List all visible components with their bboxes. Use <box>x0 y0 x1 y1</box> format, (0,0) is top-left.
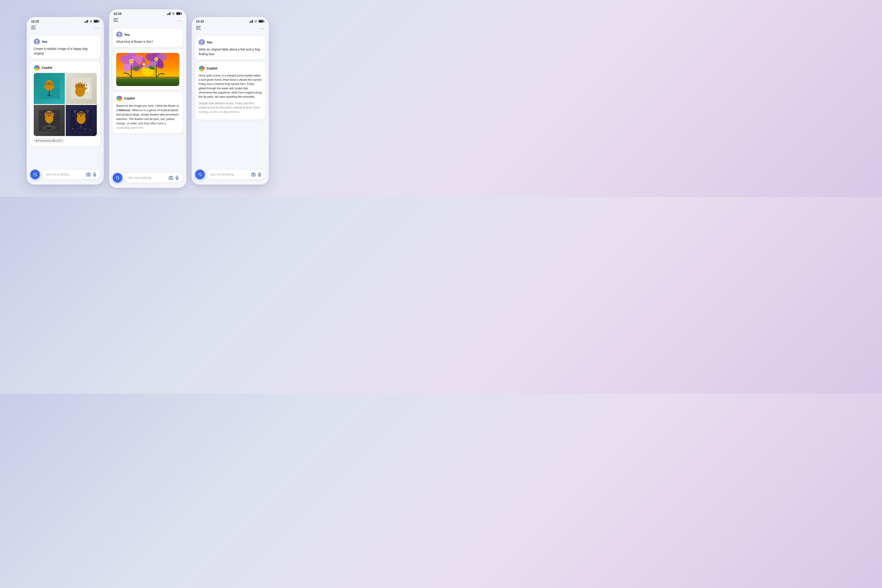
svg-rect-13 <box>49 90 50 96</box>
svg-point-84 <box>72 128 74 129</box>
phone-center: 12:15 <box>109 9 186 188</box>
copilot-name-center: Copilot <box>124 97 135 100</box>
top-nav-right: ··· <box>192 25 269 33</box>
svg-point-60 <box>48 113 49 114</box>
svg-rect-38 <box>85 83 85 85</box>
status-bar-right: 12:15 <box>192 17 269 25</box>
input-box-left[interactable]: Ask me anything... <box>42 170 100 179</box>
user-message-left: You Create a realistic image of a happy … <box>30 36 100 59</box>
status-bar-left: 12:15 <box>27 17 104 25</box>
copilot-logo-center <box>116 95 122 101</box>
dog-image-1 <box>34 73 65 104</box>
chat-area-right: You Write an original fable about a fish… <box>192 33 269 122</box>
more-options-icon-center[interactable]: ··· <box>177 18 182 23</box>
add-button-center[interactable] <box>112 173 122 183</box>
svg-text:♪: ♪ <box>88 116 89 118</box>
svg-text:♩: ♩ <box>84 80 85 82</box>
wifi-icon-left <box>89 20 93 23</box>
svg-point-49 <box>85 87 87 90</box>
svg-rect-98 <box>86 173 90 176</box>
svg-text:♫: ♫ <box>72 114 74 117</box>
svg-rect-40 <box>86 84 87 86</box>
more-options-icon-right[interactable]: ··· <box>259 26 264 31</box>
status-time-center: 12:15 <box>114 12 122 15</box>
dog-image-3: ♪ ♫ <box>34 105 65 136</box>
svg-point-22 <box>50 82 51 83</box>
user-message-right: You Write an original fable about a fish… <box>195 36 265 60</box>
chat-area-center: You What kind of flower is this? <box>109 26 186 136</box>
dog-image-4: ♫ ♪ <box>66 105 97 136</box>
camera-icon-left[interactable] <box>86 172 91 177</box>
status-time-left: 12:15 <box>31 20 39 23</box>
svg-point-71 <box>78 128 84 129</box>
status-icons-left <box>84 20 100 23</box>
svg-rect-151 <box>259 21 263 22</box>
svg-rect-144 <box>118 178 119 179</box>
flower-image <box>116 53 179 86</box>
svg-rect-1 <box>94 21 98 22</box>
svg-rect-115 <box>116 76 179 79</box>
avatar-right <box>199 39 205 45</box>
svg-point-85 <box>75 129 76 130</box>
menu-icon-center[interactable] <box>114 18 118 23</box>
camera-icon-center[interactable] <box>169 176 173 180</box>
phones-container: 12:15 <box>27 9 269 188</box>
copilot-name-left: Copilot <box>42 66 52 69</box>
svg-point-87 <box>84 129 86 130</box>
svg-point-11 <box>36 67 38 68</box>
menu-icon-right[interactable] <box>196 26 201 30</box>
svg-point-81 <box>82 113 83 115</box>
menu-icon-left[interactable] <box>31 26 36 30</box>
text-fade-center <box>112 122 183 133</box>
top-nav-left: ··· <box>27 25 104 33</box>
input-area-left: Ask me anything... <box>27 167 104 184</box>
input-area-center: Ask me anything... <box>109 170 186 188</box>
user-name-right: You <box>207 40 212 44</box>
svg-point-45 <box>78 85 80 86</box>
svg-point-27 <box>52 86 54 88</box>
copilot-message-left: Copilot <box>30 62 100 146</box>
svg-rect-97 <box>36 175 36 176</box>
battery-icon-center <box>176 12 182 15</box>
copilot-logo-left <box>34 64 40 71</box>
svg-point-135 <box>142 63 145 65</box>
svg-point-64 <box>48 116 50 117</box>
add-button-left[interactable] <box>30 170 40 179</box>
mic-icon-center[interactable] <box>175 176 179 180</box>
svg-point-83 <box>81 115 82 117</box>
svg-rect-163 <box>199 174 200 175</box>
mic-icon-left[interactable] <box>92 172 97 177</box>
svg-text:♪: ♪ <box>40 113 41 116</box>
signal-icon-center <box>167 12 171 15</box>
copilot-name-right: Copilot <box>207 67 217 70</box>
copilot-message-center: Copilot Based on the image you sent, I t… <box>112 92 183 134</box>
status-icons-center <box>167 12 182 15</box>
input-placeholder-left: Ask me anything... <box>46 172 84 176</box>
mic-icon-right[interactable] <box>257 172 262 177</box>
svg-point-161 <box>201 68 202 69</box>
flower-image-card <box>112 50 183 90</box>
more-options-icon-left[interactable]: ··· <box>94 26 99 30</box>
add-button-right[interactable] <box>195 170 205 179</box>
svg-point-7 <box>36 40 38 42</box>
svg-rect-155 <box>196 29 201 30</box>
svg-point-146 <box>170 177 172 179</box>
user-name-left: You <box>42 40 47 44</box>
input-placeholder-right: Ask me anything... <box>211 172 249 176</box>
svg-point-169 <box>253 174 254 176</box>
svg-rect-4 <box>31 27 34 28</box>
status-icons-right <box>249 20 265 23</box>
input-box-right[interactable]: Ask me anything... <box>207 170 265 179</box>
status-time-right: 12:15 <box>196 20 204 23</box>
phone-right: 12:15 <box>192 17 269 184</box>
svg-rect-147 <box>176 176 178 178</box>
input-box-center[interactable]: Ask me anything... <box>124 173 183 183</box>
svg-point-53 <box>46 127 52 129</box>
svg-point-86 <box>77 128 78 129</box>
user-text-right: Write an original fable about a fish and… <box>199 47 262 57</box>
avatar-left <box>34 39 40 45</box>
status-bar-center: 12:15 <box>109 9 186 17</box>
svg-rect-104 <box>177 13 180 15</box>
svg-text:♫: ♫ <box>55 112 57 115</box>
camera-icon-right[interactable] <box>251 172 255 177</box>
